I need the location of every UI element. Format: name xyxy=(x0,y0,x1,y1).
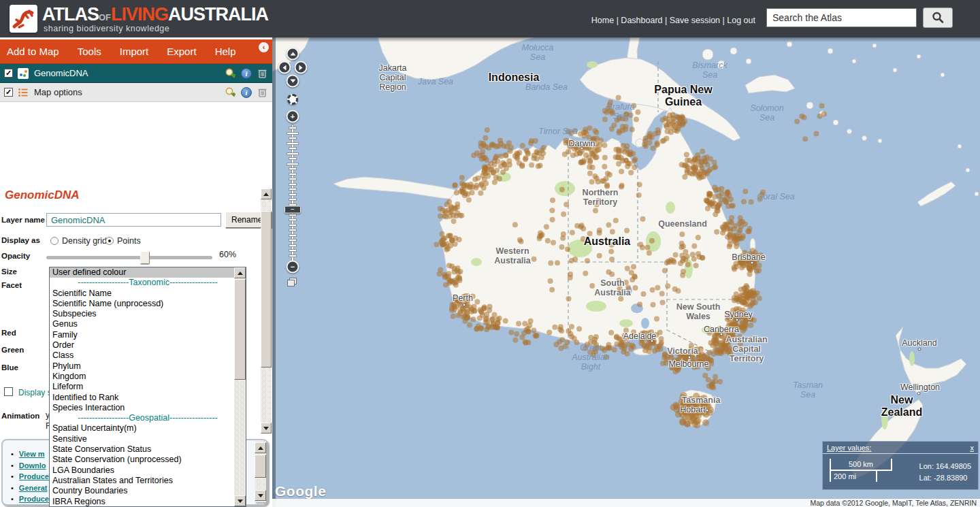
zoom-level-tick[interactable] xyxy=(289,137,297,140)
zoom-level-tick[interactable] xyxy=(289,244,297,247)
zoom-level-tick[interactable] xyxy=(289,167,297,170)
facet-option[interactable]: Family xyxy=(50,330,246,340)
ala-logo[interactable] xyxy=(10,5,37,33)
pan-left-button[interactable] xyxy=(278,61,291,74)
overview-map-icon[interactable] xyxy=(287,278,297,287)
layer-checkbox[interactable]: ✓ xyxy=(4,69,13,78)
nav-link-log-out[interactable]: Log out xyxy=(727,16,755,25)
zoom-out-button[interactable]: − xyxy=(287,261,299,274)
pan-up-button[interactable] xyxy=(287,48,299,61)
layer-row-map-options[interactable]: ✓ Map options i xyxy=(0,83,272,102)
zoom-level-tick[interactable] xyxy=(289,147,297,150)
panel-scrollbar[interactable] xyxy=(261,189,272,434)
zoom-level-tick[interactable] xyxy=(289,157,297,160)
facet-option[interactable]: Spatial Uncertainty(m) xyxy=(50,423,246,434)
facet-option[interactable]: Kingdom xyxy=(50,372,246,382)
facet-option[interactable]: State Conservation (unprocessed) xyxy=(50,455,246,465)
facet-option[interactable]: Scientific Name xyxy=(50,289,246,299)
facet-dropdown-list[interactable]: User defined colour------------------Tax… xyxy=(49,267,246,507)
delete-layer-icon[interactable] xyxy=(257,67,268,79)
scroll-up-button[interactable] xyxy=(261,189,272,199)
close-layer-values[interactable]: x xyxy=(970,444,975,452)
facet-option[interactable]: Phylum xyxy=(50,361,246,372)
density-grid-radio[interactable] xyxy=(50,237,59,245)
display-s-checkbox[interactable] xyxy=(4,387,13,396)
zoom-level-tick[interactable] xyxy=(289,178,297,180)
nav-link-save-session[interactable]: Save session xyxy=(670,16,720,25)
facet-separator[interactable]: ------------------Geospatial------------… xyxy=(50,413,246,423)
zoom-level-tick[interactable] xyxy=(287,152,299,155)
links-box-scrollbar[interactable] xyxy=(255,441,266,502)
zoom-level-tick[interactable] xyxy=(289,239,297,242)
facet-separator[interactable]: ------------------Taxonomic-------------… xyxy=(50,278,246,288)
facet-option[interactable]: Lifeform xyxy=(50,382,246,392)
scroll-down-button[interactable] xyxy=(234,495,246,506)
facet-list-scrollbar[interactable] xyxy=(234,267,246,506)
points-label[interactable]: Points xyxy=(117,236,141,246)
facet-option[interactable]: LGA Boundaries xyxy=(50,465,246,476)
zoom-level-tick[interactable] xyxy=(289,188,297,191)
density-grid-label[interactable]: Density grid xyxy=(62,236,107,246)
zoom-level-tick[interactable] xyxy=(289,127,297,129)
zoom-slider-handle[interactable]: − xyxy=(284,206,301,214)
zoom-level-tick[interactable] xyxy=(289,229,297,231)
zoom-to-layer-icon[interactable] xyxy=(225,67,236,79)
quick-link[interactable]: Downlo xyxy=(19,461,46,470)
opacity-slider-track[interactable] xyxy=(46,256,212,259)
pan-right-button[interactable] xyxy=(295,61,308,74)
facet-option[interactable]: Country Boundaries xyxy=(50,486,246,496)
menu-item-export[interactable]: Export xyxy=(167,46,196,57)
zoom-level-tick[interactable] xyxy=(289,214,297,216)
zoom-level-tick[interactable] xyxy=(289,234,297,237)
zoom-level-tick[interactable] xyxy=(289,249,297,252)
zoom-in-button[interactable]: + xyxy=(287,110,299,123)
scroll-thumb[interactable] xyxy=(261,211,272,367)
facet-option[interactable]: Identified to Rank xyxy=(50,393,246,403)
facet-option[interactable]: Genus xyxy=(50,319,246,329)
zoom-level-tick[interactable] xyxy=(287,132,299,135)
delete-layer-icon[interactable] xyxy=(257,86,268,98)
scroll-thumb[interactable] xyxy=(234,279,246,380)
zoom-level-tick[interactable] xyxy=(289,183,297,186)
facet-option[interactable]: Scientific Name (unprocessd) xyxy=(50,299,246,309)
layer-name-input[interactable] xyxy=(46,213,221,227)
layer-info-icon[interactable]: i xyxy=(241,87,252,98)
facet-option[interactable]: User defined colour xyxy=(50,267,246,278)
facet-option[interactable]: Species Interaction xyxy=(50,403,246,413)
menu-item-tools[interactable]: Tools xyxy=(78,46,101,57)
layer-checkbox[interactable]: ✓ xyxy=(4,88,13,97)
reset-view-button[interactable] xyxy=(287,94,298,105)
nav-link-dashboard[interactable]: Dashboard xyxy=(621,16,662,25)
facet-option[interactable]: Australian States and Territories xyxy=(50,476,246,486)
zoom-to-layer-icon[interactable] xyxy=(225,86,236,98)
zoom-level-tick[interactable] xyxy=(287,142,299,145)
zoom-level-tick[interactable] xyxy=(289,193,297,196)
layer-info-icon[interactable]: i xyxy=(241,68,252,79)
menu-item-help[interactable]: Help xyxy=(215,46,236,57)
search-button[interactable] xyxy=(923,7,953,28)
facet-option[interactable]: IBRA Regions xyxy=(50,497,246,507)
menu-item-import[interactable]: Import xyxy=(120,46,149,57)
zoom-level-tick[interactable] xyxy=(289,255,297,257)
menu-item-add-to-map[interactable]: Add to Map xyxy=(7,46,59,57)
zoom-level-tick[interactable] xyxy=(289,218,297,221)
zoom-level-tick[interactable] xyxy=(287,163,299,165)
nav-link-home[interactable]: Home xyxy=(591,16,614,25)
collapse-panel-button[interactable]: ‹ xyxy=(259,42,269,52)
panel-map-divider[interactable] xyxy=(272,37,276,507)
scroll-up-button[interactable] xyxy=(234,267,246,278)
facet-option[interactable]: Class xyxy=(50,350,246,361)
opacity-slider-thumb[interactable] xyxy=(140,251,150,264)
zoom-level-tick[interactable] xyxy=(289,224,297,227)
quick-link[interactable]: Generat xyxy=(19,484,48,492)
search-input[interactable] xyxy=(766,8,917,27)
scroll-thumb[interactable] xyxy=(255,455,266,478)
facet-option[interactable]: State Conservation Status xyxy=(50,444,246,455)
scroll-down-button[interactable] xyxy=(255,490,266,501)
quick-link[interactable]: Produce xyxy=(19,472,49,480)
points-radio[interactable] xyxy=(105,237,114,245)
facet-option[interactable]: Sensitive xyxy=(50,434,246,444)
facet-option[interactable]: Subspecies xyxy=(50,309,246,319)
layer-row-genomicdna[interactable]: ✓ GenomicDNA i xyxy=(0,64,272,83)
pan-down-button[interactable] xyxy=(287,75,299,88)
